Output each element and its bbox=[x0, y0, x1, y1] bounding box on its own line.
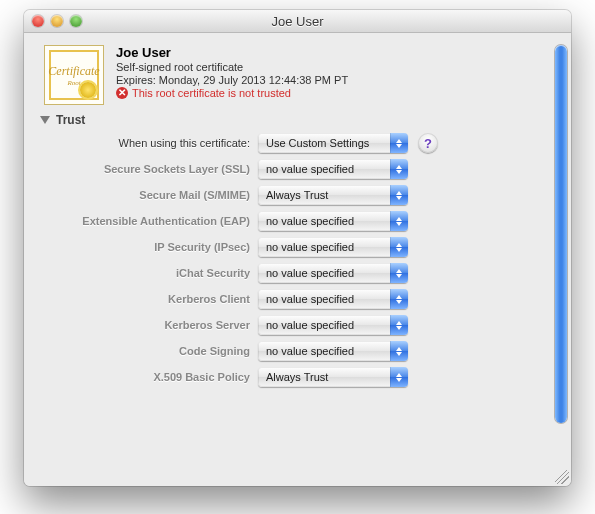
window-title: Joe User bbox=[24, 14, 571, 29]
error-icon: ✕ bbox=[116, 87, 128, 99]
policy-select-eap[interactable]: no value specified bbox=[258, 211, 408, 231]
popup-arrows-icon bbox=[390, 211, 408, 231]
vertical-scrollbar[interactable] bbox=[553, 45, 569, 474]
certificate-header: Certificate Root Joe User Self-signed ro… bbox=[44, 45, 547, 105]
window: Joe User Certificate Root Joe User Self-… bbox=[24, 10, 571, 486]
popup-arrows-icon bbox=[390, 289, 408, 309]
table-row: Kerberos Server no value specified bbox=[50, 315, 547, 335]
certificate-warning: ✕ This root certificate is not trusted bbox=[116, 87, 348, 99]
scrollbar-thumb[interactable] bbox=[555, 45, 567, 423]
trust-section-label: Trust bbox=[56, 113, 85, 127]
policy-value: no value specified bbox=[258, 241, 390, 253]
table-row: X.509 Basic Policy Always Trust bbox=[50, 367, 547, 387]
table-row: IP Security (IPsec) no value specified bbox=[50, 237, 547, 257]
popup-arrows-icon bbox=[390, 341, 408, 361]
certificate-name: Joe User bbox=[116, 45, 348, 60]
policy-label: Secure Sockets Layer (SSL) bbox=[50, 163, 258, 175]
trust-usage-label: When using this certificate: bbox=[50, 137, 258, 149]
policy-value: Always Trust bbox=[258, 189, 390, 201]
policy-value: no value specified bbox=[258, 215, 390, 227]
policy-select-smime[interactable]: Always Trust bbox=[258, 185, 408, 205]
policy-value: no value specified bbox=[258, 267, 390, 279]
disclosure-triangle-icon bbox=[40, 116, 50, 124]
policy-label: Extensible Authentication (EAP) bbox=[50, 215, 258, 227]
policy-value: Always Trust bbox=[258, 371, 390, 383]
table-row: Extensible Authentication (EAP) no value… bbox=[50, 211, 547, 231]
certificate-icon: Certificate Root bbox=[44, 45, 104, 105]
minimize-button[interactable] bbox=[51, 15, 63, 27]
popup-arrows-icon bbox=[390, 237, 408, 257]
policy-select-kerberos-client[interactable]: no value specified bbox=[258, 289, 408, 309]
certificate-icon-sub: Root bbox=[67, 79, 80, 87]
table-row: Kerberos Client no value specified bbox=[50, 289, 547, 309]
trust-usage-value: Use Custom Settings bbox=[258, 137, 390, 149]
certificate-type: Self-signed root certificate bbox=[116, 61, 348, 73]
window-body: Certificate Root Joe User Self-signed ro… bbox=[24, 33, 571, 486]
policy-label: IP Security (IPsec) bbox=[50, 241, 258, 253]
certificate-warning-text: This root certificate is not trusted bbox=[132, 87, 291, 99]
titlebar: Joe User bbox=[24, 10, 571, 33]
policy-value: no value specified bbox=[258, 163, 390, 175]
policy-value: no value specified bbox=[258, 319, 390, 331]
trust-usage-select[interactable]: Use Custom Settings bbox=[258, 133, 408, 153]
policy-label: Secure Mail (S/MIME) bbox=[50, 189, 258, 201]
policy-select-ssl[interactable]: no value specified bbox=[258, 159, 408, 179]
policy-select-ipsec[interactable]: no value specified bbox=[258, 237, 408, 257]
table-row: iChat Security no value specified bbox=[50, 263, 547, 283]
table-row: Secure Mail (S/MIME) Always Trust bbox=[50, 185, 547, 205]
resize-grip-icon[interactable] bbox=[555, 470, 569, 484]
help-button[interactable]: ? bbox=[418, 133, 438, 153]
policy-select-x509[interactable]: Always Trust bbox=[258, 367, 408, 387]
policy-label: iChat Security bbox=[50, 267, 258, 279]
trust-disclosure[interactable]: Trust bbox=[40, 113, 547, 127]
seal-icon bbox=[80, 82, 96, 98]
policy-value: no value specified bbox=[258, 293, 390, 305]
popup-arrows-icon bbox=[390, 367, 408, 387]
certificate-icon-title: Certificate bbox=[48, 64, 99, 79]
window-controls bbox=[32, 15, 82, 27]
policy-label: Kerberos Server bbox=[50, 319, 258, 331]
popup-arrows-icon bbox=[390, 315, 408, 335]
popup-arrows-icon bbox=[390, 133, 408, 153]
zoom-button[interactable] bbox=[70, 15, 82, 27]
certificate-info: Joe User Self-signed root certificate Ex… bbox=[116, 45, 348, 99]
policy-value: no value specified bbox=[258, 345, 390, 357]
table-row: Code Signing no value specified bbox=[50, 341, 547, 361]
policy-label: X.509 Basic Policy bbox=[50, 371, 258, 383]
policy-label: Code Signing bbox=[50, 345, 258, 357]
trust-usage-row: When using this certificate: Use Custom … bbox=[50, 133, 547, 153]
policy-select-ichat[interactable]: no value specified bbox=[258, 263, 408, 283]
popup-arrows-icon bbox=[390, 263, 408, 283]
trust-settings: When using this certificate: Use Custom … bbox=[50, 133, 547, 387]
policy-select-code-signing[interactable]: no value specified bbox=[258, 341, 408, 361]
popup-arrows-icon bbox=[390, 185, 408, 205]
policy-select-kerberos-server[interactable]: no value specified bbox=[258, 315, 408, 335]
close-button[interactable] bbox=[32, 15, 44, 27]
certificate-expiry: Expires: Monday, 29 July 2013 12:44:38 P… bbox=[116, 74, 348, 86]
popup-arrows-icon bbox=[390, 159, 408, 179]
policy-label: Kerberos Client bbox=[50, 293, 258, 305]
table-row: Secure Sockets Layer (SSL) no value spec… bbox=[50, 159, 547, 179]
